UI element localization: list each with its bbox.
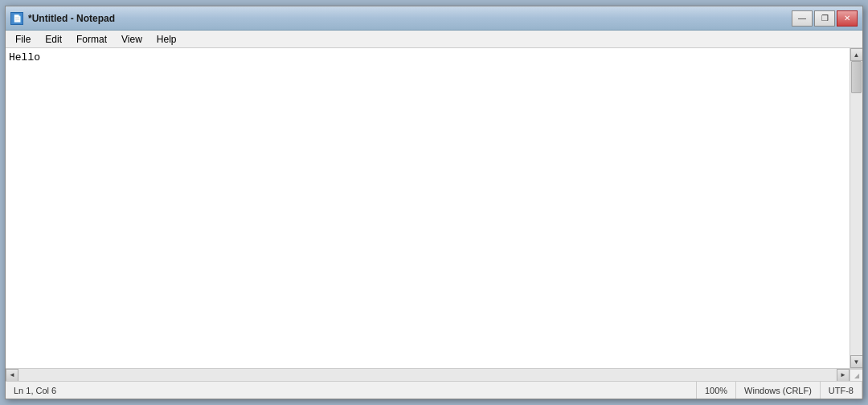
scroll-down-button[interactable]: ▼	[850, 355, 863, 368]
menu-help[interactable]: Help	[150, 32, 183, 47]
scroll-thumb-vertical[interactable]	[851, 61, 862, 93]
window-controls: — ❐ ✕	[792, 10, 858, 27]
minimize-button[interactable]: —	[792, 10, 813, 27]
status-position-section: Ln 1, Col 6	[6, 382, 697, 399]
text-editor[interactable]: Hello	[6, 48, 850, 368]
zoom-level: 100%	[705, 386, 727, 395]
status-encoding-section: UTF-8	[821, 382, 862, 399]
status-line-ending-section: Windows (CRLF)	[736, 382, 821, 399]
scroll-right-button[interactable]: ►	[837, 369, 850, 382]
close-button[interactable]: ✕	[837, 10, 858, 27]
status-bar: Ln 1, Col 6 100% Windows (CRLF) UTF-8	[6, 381, 862, 399]
title-bar-left: 📄 *Untitled - Notepad	[10, 12, 115, 25]
menu-bar: File Edit Format View Help	[6, 31, 862, 48]
window-title: *Untitled - Notepad	[28, 13, 115, 24]
encoding: UTF-8	[829, 386, 854, 395]
title-bar: 📄 *Untitled - Notepad — ❐ ✕	[6, 6, 862, 31]
scroll-up-button[interactable]: ▲	[850, 48, 863, 61]
cursor-position: Ln 1, Col 6	[14, 386, 56, 395]
app-icon: 📄	[10, 12, 23, 25]
horizontal-scrollbar: ◄ ► ◢	[6, 368, 862, 381]
resize-corner: ◢	[850, 369, 862, 382]
editor-area: Hello ▲ ▼	[6, 48, 862, 368]
scroll-track-vertical	[850, 61, 862, 355]
line-ending: Windows (CRLF)	[744, 386, 812, 395]
scroll-left-button[interactable]: ◄	[6, 369, 18, 382]
menu-edit[interactable]: Edit	[39, 32, 68, 47]
menu-view[interactable]: View	[115, 32, 149, 47]
menu-file[interactable]: File	[9, 32, 37, 47]
restore-button[interactable]: ❐	[814, 10, 835, 27]
scroll-track-horizontal	[18, 369, 837, 381]
status-zoom-section: 100%	[697, 382, 736, 399]
notepad-window: 📄 *Untitled - Notepad — ❐ ✕ File Edit Fo…	[5, 6, 863, 399]
vertical-scrollbar: ▲ ▼	[850, 48, 862, 368]
menu-format[interactable]: Format	[70, 32, 113, 47]
